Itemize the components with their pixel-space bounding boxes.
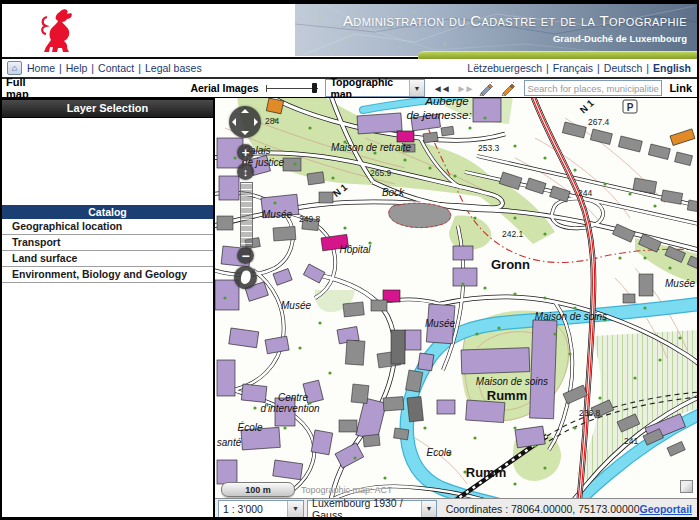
nav-separator: | [646,62,649,74]
language-switcher: Lëtzebuergesch| Français| Deutsch| Engli… [467,62,691,74]
sidebar-item-transport[interactable]: Transport [2,235,213,251]
zoom-step-button[interactable]: ↕ [237,163,254,180]
application-window: Administration du Cadastre et de la Topo… [0,0,699,520]
full-extent-button[interactable] [234,266,257,289]
nav-separator: | [546,62,549,74]
map-label-district: Rumm [466,465,506,480]
map-label: Musée [281,300,311,311]
header-banner: Administration du Cadastre et de la Topo… [2,4,697,56]
pan-up-icon[interactable] [241,109,249,113]
map-canvas[interactable]: P Auberge de jeunesse: Maison de retrait… [215,98,697,498]
sidebar-item-environment-biology-geology[interactable]: Environment, Biology and Geology [2,267,213,283]
basemap-selected-value: Topographic map [330,76,409,100]
banner-artwork: Administration du Cadastre et de la Topo… [295,4,697,56]
map-label: santé [217,437,242,448]
scale-select[interactable]: 1 : 3'000 ▼ [218,500,304,518]
link-button[interactable]: Link [669,82,692,94]
map-label-district: Gronn [491,257,530,272]
map-label-district: Rumm [487,388,527,403]
lang-deutsch[interactable]: Deutsch [604,62,643,74]
left-sidebar: Layer Selection Catalog Geographical loc… [2,98,215,517]
svg-text:P: P [627,102,634,113]
aerial-opacity-slider[interactable] [266,82,319,94]
measure-tool-icon[interactable] [479,81,494,96]
nav-separator: | [91,62,94,74]
nav-home[interactable]: Home [27,62,55,74]
bock-rock [389,203,451,227]
history-back-button[interactable]: ◄◄ [433,83,449,94]
elevation-label: 244 [578,188,592,198]
map-attribution: Topographic map: ACT [301,485,393,495]
nav-legal-bases[interactable]: Legal bases [145,62,202,74]
map-label: d'intervention [260,403,320,414]
map-label: Ecole [426,447,451,458]
elevation-label: 241 [624,436,638,446]
luxembourg-outline-icon [239,270,252,285]
layer-selection-header: Layer Selection [2,98,213,118]
pan-down-icon[interactable] [241,131,249,135]
map-label: École [237,421,262,433]
elevation-label: 253.3 [478,143,500,153]
full-map-button[interactable]: Full map [6,76,44,100]
map-label: Hôpital [339,244,371,255]
map-label: Musée [665,278,695,289]
zoom-slider[interactable] [240,182,253,247]
lang-letzebuergesch[interactable]: Lëtzebuergesch [467,62,542,74]
nav-separator: | [597,62,600,74]
elevation-label: 267.4 [588,117,610,127]
geoportail-link[interactable]: Geoportail [639,503,692,515]
map-label: Musée [262,209,292,220]
parking-icon: P [623,100,637,113]
aerial-images-label: Aerial Images [190,82,258,94]
chevron-down-icon[interactable]: ▼ [421,501,435,517]
home-icon[interactable]: ⌂ [7,61,22,75]
catalog-header: Catalog [2,205,213,219]
history-forward-button[interactable]: ►► [457,83,473,94]
chevron-down-icon[interactable]: ▼ [287,501,303,517]
zoom-out-button[interactable]: − [237,247,254,264]
slider-handle[interactable] [312,83,317,93]
elevation-label: 242.1 [502,229,524,239]
sidebar-item-land-surface[interactable]: Land surface [2,251,213,267]
elevation-label: 265.9 [370,168,392,178]
luxembourg-lion-logo [38,8,78,56]
nav-separator: | [138,62,141,74]
pan-control[interactable] [229,106,261,138]
elevation-label: 236.8 [579,408,601,418]
nav-help[interactable]: Help [66,62,88,74]
map-toolbar: Full map Aerial Images Topographic map ▼… [2,79,697,98]
projection-select[interactable]: Luxembourg 1930 / Gauss ▼ [307,500,437,518]
sidebar-item-geographical-location[interactable]: Geographical location [2,219,213,235]
scale-bar: 100 m [221,482,295,497]
pan-right-icon[interactable] [254,118,258,126]
map-label: Maison de soins [535,311,607,322]
map-label: de jeunesse: [406,109,471,121]
map-label: Centre [278,392,308,403]
app-subtitle: Grand-Duché de Luxembourg [553,33,687,44]
map-label: Maison de soins [476,376,548,387]
elevation-label: 249.8 [299,214,321,224]
coordinates-readout: Coordinates : 78064.00000, 75173.00000 [446,503,640,515]
app-title: Administration du Cadastre et de la Topo… [343,12,687,29]
lang-francais[interactable]: Français [553,62,593,74]
map-label: Musée [425,318,455,329]
map-label: Maison de retraite [331,142,411,153]
left-border [0,0,2,520]
map-corner-icon[interactable] [680,480,693,493]
zoom-in-button[interactable]: + [237,144,254,161]
elevation-label: 284 [265,116,279,126]
draw-tool-icon[interactable] [501,81,516,96]
nav-separator: | [59,62,62,74]
map-label: Bock [382,187,405,198]
slider-track [266,88,319,89]
lang-english[interactable]: English [653,62,691,74]
status-bar: 1 : 3'000 ▼ Luxembourg 1930 / Gauss ▼ Co… [215,498,697,518]
nav-contact[interactable]: Contact [98,62,134,74]
scale-selected-value: 1 : 3'000 [223,503,263,515]
basemap-select[interactable]: Topographic map ▼ [325,79,424,97]
search-input[interactable] [524,80,662,96]
map-label: Auberge [424,98,468,107]
map-viewport[interactable]: P Auberge de jeunesse: Maison de retrait… [215,98,697,498]
chevron-down-icon[interactable]: ▼ [409,80,424,96]
pan-left-icon[interactable] [232,118,236,126]
